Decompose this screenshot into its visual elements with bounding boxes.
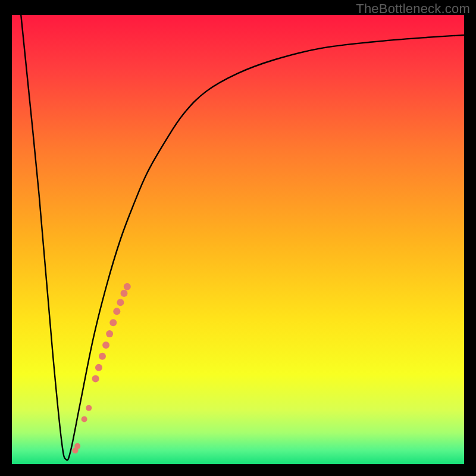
- marker-dot: [95, 364, 102, 371]
- marker-dot: [106, 330, 113, 337]
- marker-dot: [99, 353, 106, 360]
- marker-dot: [92, 375, 99, 383]
- marker-dot: [109, 319, 117, 326]
- marker-dot: [120, 290, 127, 297]
- marker-dot: [102, 342, 109, 349]
- chart-root: TheBottleneck.com: [0, 0, 476, 476]
- marker-dot: [74, 443, 80, 449]
- marker-dot: [117, 299, 124, 306]
- marker-dot: [113, 308, 120, 315]
- marker-dot: [82, 416, 87, 422]
- marker-dot: [86, 405, 92, 411]
- plot-svg: [12, 15, 464, 464]
- marker-dot: [124, 283, 131, 290]
- gradient-background: [12, 15, 464, 464]
- watermark-text: TheBottleneck.com: [356, 1, 470, 17]
- plot-frame: [12, 15, 464, 464]
